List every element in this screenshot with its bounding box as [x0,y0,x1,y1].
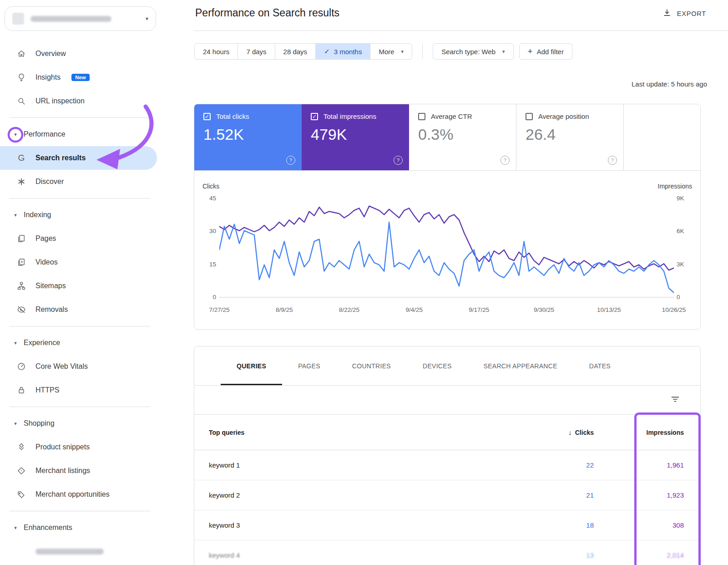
checkbox-unchecked-icon[interactable] [526,113,533,120]
x-tick: 9/17/25 [469,306,489,313]
tab-queries[interactable]: QUERIES [221,346,282,385]
query-cell: keyword 2 [194,491,485,499]
help-icon[interactable]: ? [608,156,617,165]
export-button[interactable]: EXPORT [662,8,706,19]
diamond-icon [16,466,26,476]
sidebar-item-sitemaps[interactable]: Sitemaps [0,274,157,298]
clicks-line [219,222,674,293]
eye-off-icon [16,305,26,315]
sidebar-section-indexing[interactable]: ▾ Indexing [0,203,157,227]
sidebar-section-shopping[interactable]: ▾ Shopping [0,412,157,435]
chip-24-hours[interactable]: 24 hours [194,43,238,60]
y-tick-right: 0 [677,294,697,300]
tab-dates[interactable]: DATES [573,346,627,385]
clicks-cell: 22 [485,461,594,469]
add-filter-chip[interactable]: + Add filter [519,43,572,60]
table-row[interactable]: keyword 3 18 308 [194,510,700,540]
chip-3-months-selected[interactable]: ✓ 3 months [315,43,370,60]
tab-devices[interactable]: DEVICES [407,346,468,385]
pages-icon [16,234,26,244]
sidebar-item-product-snippets[interactable]: Product snippets [0,435,157,459]
sidebar-item-discover[interactable]: Discover [0,170,157,193]
download-icon [662,8,672,19]
col-header-impressions[interactable]: Impressions [594,429,700,436]
home-icon [16,49,26,59]
sidebar-item-core-web-vitals[interactable]: Core Web Vitals [0,355,157,378]
col-header-top-queries[interactable]: Top queries [194,429,485,436]
divider [9,326,150,326]
sidebar-item-overview[interactable]: Overview [0,42,157,66]
total-impressions-card[interactable]: ✓ Total impressions 479K ? [302,104,409,170]
discover-asterisk-icon [16,177,26,187]
tab-pages[interactable]: PAGES [282,346,336,385]
sidebar-section-label: Indexing [24,211,51,219]
sidebar-item-https[interactable]: HTTPS [0,378,157,402]
x-tick: 7/27/25 [209,306,229,313]
total-clicks-card[interactable]: ✓ Total clicks 1.52K ? [194,104,302,170]
new-badge: New [71,74,90,81]
redacted-label [35,549,104,555]
table-filter-row [194,386,700,415]
sidebar-item-label: Removals [35,305,68,314]
metric-value: 1.52K [203,126,302,143]
table-row[interactable]: keyword 2 21 1,923 [194,480,700,510]
metric-label: Average position [538,112,589,120]
x-tick: 8/9/25 [276,306,293,313]
diamond-stack-icon [16,442,26,452]
x-tick: 8/22/25 [339,306,359,313]
sidebar-item-url-inspection[interactable]: URL inspection [0,89,157,113]
sidebar-section-performance[interactable]: ▾ Performance [0,122,157,146]
average-ctr-card[interactable]: Average CTR 0.3% ? [409,104,516,170]
impressions-cell: 1,923 [594,491,700,499]
sidebar-section-enhancements[interactable]: ▾ Enhancements [0,516,157,540]
search-type-chip[interactable]: Search type: Web ▾ [433,43,513,60]
sidebar-item-label: Search results [35,154,86,162]
filter-icon[interactable] [670,394,680,406]
property-name-redacted [30,16,111,22]
impressions-cell: 2,014 [594,551,700,559]
help-icon[interactable]: ? [500,156,510,165]
sidebar-item-pages[interactable]: Pages [0,227,157,250]
chip-7-days[interactable]: 7 days [238,43,275,60]
main-content: Performance on Search results EXPORT 24 … [193,0,728,565]
sidebar-item-removals[interactable]: Removals [0,298,157,321]
divider [193,31,728,31]
property-selector[interactable]: ▾ [5,6,156,31]
chevron-down-icon: ▾ [401,49,404,55]
sidebar-section-label: Shopping [24,419,55,428]
table-header-row: Top queries ↓ Clicks Impressions [194,415,700,450]
chip-more[interactable]: More ▾ [370,43,412,60]
help-icon[interactable]: ? [394,156,403,165]
video-icon [16,257,26,267]
metric-value: 26.4 [526,126,623,143]
impressions-line [219,206,674,270]
chart-plot-area[interactable] [219,199,674,298]
performance-panel: ✓ Total clicks 1.52K ? ✓ Total impressio… [194,104,701,330]
divider [422,44,423,59]
divider [9,198,150,199]
sidebar-item-search-results[interactable]: G Search results [0,146,157,170]
sidebar-item-videos[interactable]: Videos [0,250,157,274]
sidebar-item-insights[interactable]: Insights New [0,66,157,89]
col-header-clicks[interactable]: ↓ Clicks [485,428,594,436]
table-row[interactable]: keyword 4 13 2,014 [194,540,700,565]
sidebar-section-experience[interactable]: ▾ Experience [0,331,157,355]
tab-search-appearance[interactable]: SEARCH APPEARANCE [468,346,573,385]
chip-28-days[interactable]: 28 days [275,43,316,60]
sidebar-item-merchant-listings[interactable]: Merchant listings [0,459,157,483]
checkbox-checked-icon[interactable]: ✓ [311,113,318,120]
help-icon[interactable]: ? [286,156,295,165]
average-position-card[interactable]: Average position 26.4 ? [516,104,624,170]
empty-card-area [624,104,700,170]
x-tick: 9/4/25 [405,306,423,313]
checkbox-checked-icon[interactable]: ✓ [203,113,211,120]
gauge-icon [16,361,26,372]
sidebar-nav: Overview Insights New URL inspection ▾ P… [0,42,157,563]
divider [9,511,150,511]
sidebar-item-merchant-opportunities[interactable]: Merchant opportunities [0,483,157,506]
chevron-down-icon: ▾ [146,15,148,22]
tab-countries[interactable]: COUNTRIES [336,346,407,385]
sidebar-item-redacted[interactable] [0,540,157,563]
checkbox-unchecked-icon[interactable] [418,113,425,120]
table-row[interactable]: keyword 1 22 1,961 [194,450,700,480]
